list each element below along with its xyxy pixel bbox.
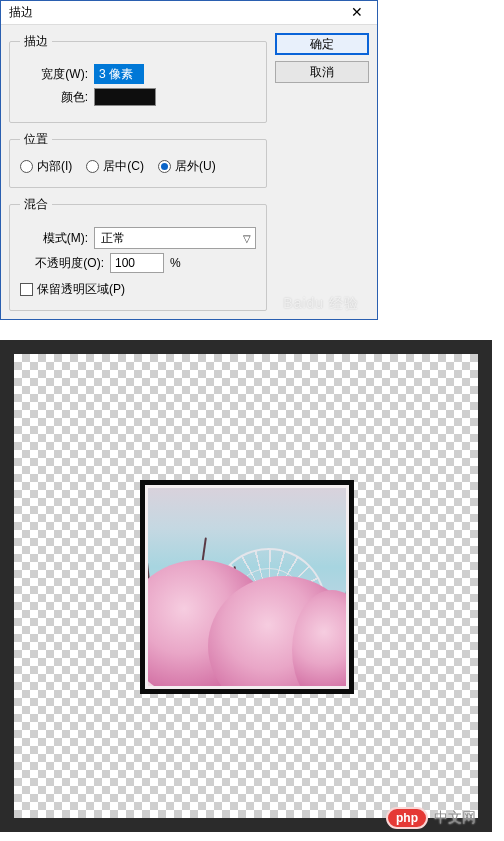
canvas-frame: php 中文网 — [0, 340, 492, 832]
radio-label: 居中(C) — [103, 158, 144, 175]
radio-label: 居外(U) — [175, 158, 216, 175]
color-row: 颜色: — [20, 88, 256, 106]
position-fieldset: 位置 内部(I) 居中(C) 居外(U) — [9, 131, 267, 188]
stroke-legend: 描边 — [20, 33, 52, 50]
opacity-row: 不透明度(O): 100 % — [20, 253, 256, 273]
ok-button[interactable]: 确定 — [275, 33, 369, 55]
position-options: 内部(I) 居中(C) 居外(U) — [20, 158, 256, 175]
dialog-buttons: 确定 取消 — [275, 33, 369, 311]
close-icon[interactable]: ✕ — [337, 1, 377, 25]
mode-select[interactable]: 正常 ▽ — [94, 227, 256, 249]
opacity-unit: % — [170, 256, 181, 270]
blend-legend: 混合 — [20, 196, 52, 213]
radio-label: 内部(I) — [37, 158, 72, 175]
source-badge: php 中文网 — [382, 802, 484, 832]
color-label: 颜色: — [20, 89, 88, 106]
mode-value: 正常 — [101, 230, 125, 247]
stroke-dialog: 描边 ✕ 描边 宽度(W): 3 像素 颜色: 位置 — [0, 0, 378, 320]
chevron-down-icon: ▽ — [243, 233, 251, 244]
mode-row: 模式(M): 正常 ▽ — [20, 227, 256, 249]
radio-option-inside[interactable]: 内部(I) — [20, 158, 72, 175]
dialog-body: 描边 宽度(W): 3 像素 颜色: 位置 内部(I) — [1, 25, 377, 319]
source-text: 中文网 — [434, 809, 476, 827]
opacity-label: 不透明度(O): — [20, 255, 104, 272]
radio-icon — [20, 160, 33, 173]
color-swatch[interactable] — [94, 88, 156, 106]
width-label: 宽度(W): — [20, 66, 88, 83]
width-row: 宽度(W): 3 像素 — [20, 64, 256, 84]
radio-icon — [86, 160, 99, 173]
dialog-title: 描边 — [9, 4, 337, 21]
radio-option-center[interactable]: 居中(C) — [86, 158, 144, 175]
titlebar: 描边 ✕ — [1, 1, 377, 25]
width-input[interactable]: 3 像素 — [94, 64, 144, 84]
php-logo-icon: php — [386, 807, 428, 829]
settings-column: 描边 宽度(W): 3 像素 颜色: 位置 内部(I) — [9, 33, 267, 311]
image-content — [145, 485, 349, 689]
radio-option-outside[interactable]: 居外(U) — [158, 158, 216, 175]
stroke-fieldset: 描边 宽度(W): 3 像素 颜色: — [9, 33, 267, 123]
position-legend: 位置 — [20, 131, 52, 148]
opacity-input[interactable]: 100 — [110, 253, 164, 273]
preserve-transparency[interactable]: 保留透明区域(P) — [20, 281, 256, 298]
transparency-grid — [14, 354, 478, 818]
stroked-image[interactable] — [140, 480, 354, 694]
mode-label: 模式(M): — [20, 230, 88, 247]
cancel-button[interactable]: 取消 — [275, 61, 369, 83]
preserve-label: 保留透明区域(P) — [37, 281, 125, 298]
blend-fieldset: 混合 模式(M): 正常 ▽ 不透明度(O): 100 % 保留透明区域(P) — [9, 196, 267, 311]
radio-icon — [158, 160, 171, 173]
checkbox-icon — [20, 283, 33, 296]
